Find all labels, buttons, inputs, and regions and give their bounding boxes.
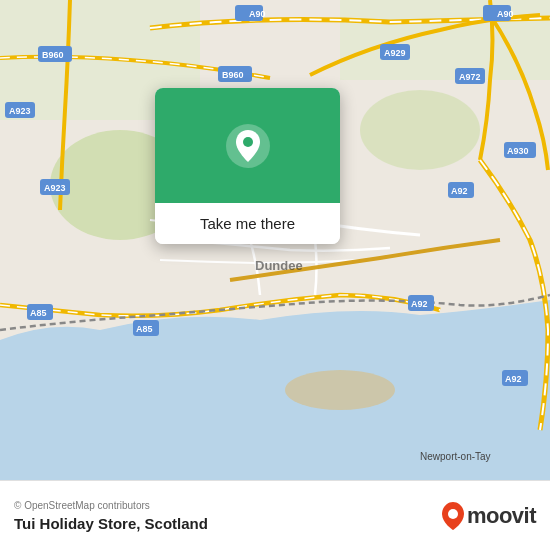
svg-text:B960: B960 [222,70,244,80]
svg-text:A929: A929 [384,48,406,58]
svg-point-38 [448,509,458,519]
svg-text:A85: A85 [30,308,47,318]
svg-text:A923: A923 [9,106,31,116]
bottom-bar: © OpenStreetMap contributors Tui Holiday… [0,480,550,550]
location-name-text: Tui Holiday Store [14,515,136,532]
svg-text:A90: A90 [497,9,514,19]
svg-text:A90: A90 [249,9,266,19]
map-container: A90 A90 B960 B960 A929 A923 A923 A972 A9… [0,0,550,480]
location-popup: Take me there [155,88,340,244]
location-name: Tui Holiday Store, Scotland [14,515,208,532]
moovit-logo: moovit [439,500,536,532]
location-region-text: Scotland [145,515,208,532]
svg-point-5 [285,370,395,410]
svg-point-4 [360,90,480,170]
svg-text:Newport-on-Tay: Newport-on-Tay [420,451,491,462]
svg-text:A923: A923 [44,183,66,193]
svg-text:Dundee: Dundee [255,258,303,273]
osm-credit: © OpenStreetMap contributors [14,500,208,511]
svg-text:A85: A85 [136,324,153,334]
svg-text:A972: A972 [459,72,481,82]
svg-text:A92: A92 [451,186,468,196]
take-me-there-button[interactable]: Take me there [155,203,340,244]
location-pin-icon [224,122,272,170]
svg-text:A930: A930 [507,146,529,156]
svg-text:B960: B960 [42,50,64,60]
svg-text:A92: A92 [411,299,428,309]
svg-text:A92: A92 [505,374,522,384]
moovit-brand-text: moovit [467,503,536,529]
popup-header [155,88,340,203]
location-info: © OpenStreetMap contributors Tui Holiday… [14,500,208,532]
moovit-pin-icon [439,500,467,532]
svg-point-37 [243,137,253,147]
